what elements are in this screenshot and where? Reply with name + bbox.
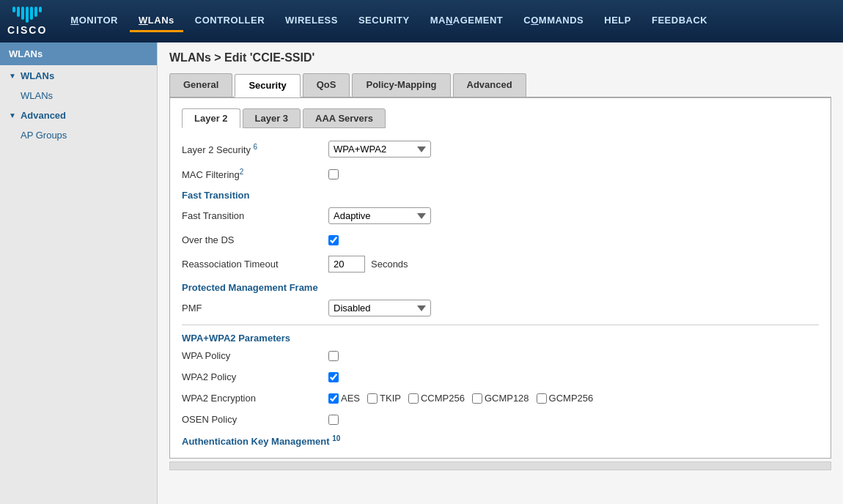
enc-aes-checkbox[interactable] [328, 393, 339, 404]
auth-key-mgmt-superscript: 10 [332, 434, 340, 442]
sidebar-label-wlans: WLANs [21, 70, 54, 81]
tab-security[interactable]: Security [235, 74, 300, 97]
outer-tabs: General Security QoS Policy-Mapping Adva… [169, 73, 831, 98]
sidebar-group-title-wlans[interactable]: ▼ WLANs [0, 65, 157, 86]
enc-tkip-label: TKIP [380, 393, 401, 404]
enc-gcmp128-checkbox[interactable] [472, 393, 482, 404]
wpa2-policy-checkbox[interactable] [328, 372, 339, 382]
nav-management[interactable]: MANAGEMENT [422, 10, 512, 32]
cisco-bars [12, 7, 42, 23]
tab-advanced[interactable]: Advanced [453, 73, 526, 97]
nav-items: MONITOR WLANs CONTROLLER WIRELESS SECURI… [62, 10, 716, 32]
layer2-security-superscript: 6 [254, 143, 258, 151]
inner-tabs: Layer 2 Layer 3 AAA Servers [182, 108, 819, 128]
osen-policy-label: OSEN Policy [182, 414, 328, 425]
sidebar-group-title-advanced[interactable]: ▼ Advanced [0, 105, 157, 126]
enc-gcmp256-item[interactable]: GCMP256 [537, 393, 594, 404]
nav-security[interactable]: SECURITY [350, 10, 419, 32]
reassociation-timeout-row: Reassociation Timeout Seconds [182, 253, 819, 275]
wpa-policy-row: WPA Policy [182, 348, 819, 363]
sidebar-label-advanced: Advanced [21, 110, 66, 121]
nav-wlans[interactable]: WLANs [130, 10, 183, 32]
inner-tab-layer3[interactable]: Layer 3 [243, 108, 301, 128]
nav-feedback[interactable]: FEEDBACK [643, 10, 716, 32]
over-ds-row: Over the DS [182, 232, 819, 248]
security-panel: Layer 2 Layer 3 AAA Servers Layer 2 Secu… [169, 98, 831, 459]
nav-wireless[interactable]: WIRELESS [276, 10, 347, 32]
reassociation-timeout-unit: Seconds [371, 259, 408, 270]
sidebar: WLANs ▼ WLANs WLANs ▼ Advanced AP Groups [0, 42, 158, 504]
enc-ccmp256-checkbox[interactable] [408, 393, 419, 404]
page-title: WLANs > Edit 'CCIE-SSID' [169, 51, 831, 64]
tab-policy-mapping[interactable]: Policy-Mapping [352, 73, 450, 97]
fast-transition-label: Fast Transition [182, 210, 328, 221]
cisco-logo: CISCO [7, 7, 47, 36]
wpa-policy-label: WPA Policy [182, 350, 328, 361]
enc-ccmp256-item[interactable]: CCMP256 [408, 393, 465, 404]
osen-policy-row: OSEN Policy [182, 412, 819, 427]
over-ds-checkbox[interactable] [328, 235, 339, 245]
pmf-select[interactable]: Disabled Optional Required [328, 300, 431, 316]
inner-tab-aaa[interactable]: AAA Servers [303, 108, 386, 128]
main-content: WLANs > Edit 'CCIE-SSID' General Securit… [158, 42, 843, 504]
fast-transition-row: Fast Transition Adaptive Disabled Enable [182, 205, 819, 226]
enc-gcmp128-label: GCMP128 [485, 393, 529, 404]
sidebar-group-advanced: ▼ Advanced AP Groups [0, 105, 157, 144]
fast-transition-section-header: Fast Transition [182, 190, 819, 201]
over-ds-label: Over the DS [182, 234, 328, 245]
enc-gcmp256-checkbox[interactable] [537, 393, 547, 404]
reassociation-timeout-label: Reassociation Timeout [182, 259, 328, 270]
sidebar-arrow-advanced: ▼ [9, 111, 16, 119]
pmf-row: PMF Disabled Optional Required [182, 297, 819, 319]
osen-policy-checkbox[interactable] [328, 415, 339, 425]
wpa2-encryption-row: WPA2 Encryption AES TKIP CCMP256 [182, 390, 819, 406]
wpa2-encryption-label: WPA2 Encryption [182, 393, 328, 404]
layer2-security-label: Layer 2 Security 6 [182, 143, 328, 155]
mac-filtering-row: MAC Filtering2 [182, 166, 819, 182]
enc-tkip-checkbox[interactable] [367, 393, 378, 404]
sidebar-group-wlans: ▼ WLANs WLANs [0, 65, 157, 105]
enc-aes-label: AES [341, 393, 360, 404]
wpa-params-section-header: WPA+WPA2 Parameters [182, 333, 819, 344]
wpa-policy-checkbox[interactable] [328, 351, 339, 361]
bottom-scrollbar[interactable] [169, 462, 831, 470]
mac-filtering-checkbox[interactable] [328, 169, 339, 179]
top-nav: CISCO MONITOR WLANs CONTROLLER WIRELESS … [0, 0, 843, 42]
layer2-security-row: Layer 2 Security 6 WPA+WPA2 None 802.1X … [182, 138, 819, 160]
nav-help[interactable]: HELP [595, 10, 640, 32]
reassociation-timeout-input[interactable] [328, 256, 365, 273]
nav-controller[interactable]: CONTROLLER [186, 10, 273, 32]
wpa2-policy-row: WPA2 Policy [182, 369, 819, 385]
layer2-security-select[interactable]: WPA+WPA2 None 802.1X Static WEP [328, 141, 431, 158]
enc-gcmp128-item[interactable]: GCMP128 [472, 393, 529, 404]
inner-tab-layer2[interactable]: Layer 2 [182, 108, 240, 128]
cisco-name: CISCO [7, 24, 47, 36]
auth-key-mgmt-label: Authentication Key Management 10 [182, 434, 819, 447]
enc-gcmp256-label: GCMP256 [549, 393, 594, 404]
encryption-options: AES TKIP CCMP256 GCMP128 [328, 393, 593, 404]
nav-commands[interactable]: COMMANDS [515, 10, 592, 32]
content-area: WLANs ▼ WLANs WLANs ▼ Advanced AP Groups… [0, 42, 843, 504]
sidebar-item-wlans[interactable]: WLANs [0, 86, 157, 105]
enc-aes-item[interactable]: AES [328, 393, 360, 404]
nav-monitor[interactable]: MONITOR [62, 10, 127, 32]
wpa2-policy-label: WPA2 Policy [182, 371, 328, 382]
tab-general[interactable]: General [169, 73, 232, 97]
sidebar-item-ap-groups[interactable]: AP Groups [0, 126, 157, 144]
mac-filtering-label: MAC Filtering2 [182, 168, 328, 180]
separator-pmf-wpa [182, 325, 819, 325]
pmf-section-header: Protected Management Frame [182, 282, 819, 293]
pmf-label: PMF [182, 303, 328, 314]
sidebar-section-wlans[interactable]: WLANs [0, 42, 157, 65]
enc-tkip-item[interactable]: TKIP [367, 393, 401, 404]
fast-transition-select[interactable]: Adaptive Disabled Enable [328, 207, 431, 224]
tab-qos[interactable]: QoS [303, 73, 350, 97]
sidebar-arrow-wlans: ▼ [9, 72, 16, 80]
enc-ccmp256-label: CCMP256 [421, 393, 465, 404]
mac-filtering-superscript: 2 [240, 168, 244, 176]
